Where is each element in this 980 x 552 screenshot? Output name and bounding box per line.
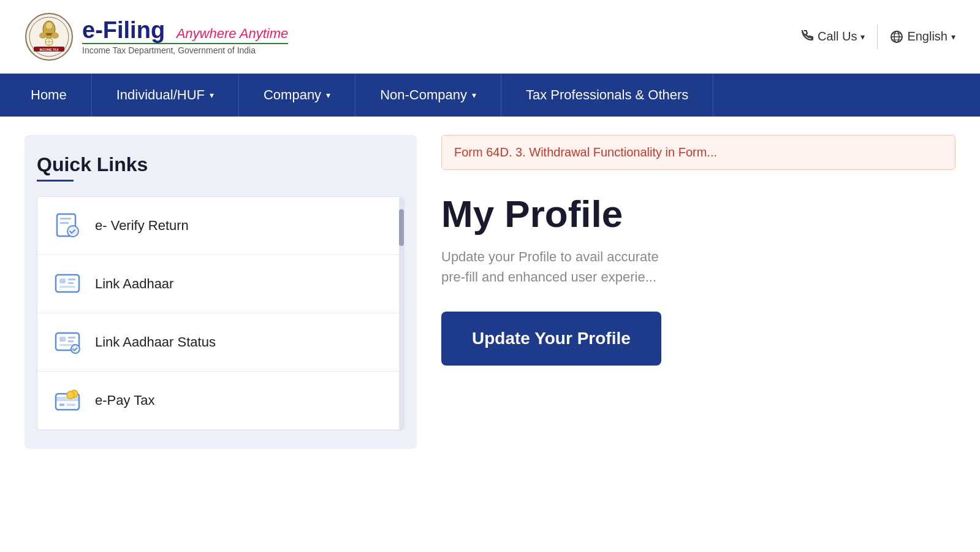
language-selector[interactable]: English ▾ (890, 29, 955, 44)
nav-company-arrow: ▾ (326, 90, 330, 100)
aadhaar-icon (52, 269, 83, 299)
scrollbar-thumb[interactable] (399, 209, 404, 246)
e-pay-tax-label: e-Pay Tax (95, 393, 154, 408)
svg-rect-28 (68, 337, 75, 339)
logo-text: e-Filing Anywhere Anytime Income Tax Dep… (82, 18, 288, 55)
svg-rect-25 (59, 286, 75, 288)
svg-rect-35 (67, 404, 75, 406)
link-aadhaar-status[interactable]: Link Aadhaar Status (37, 313, 404, 372)
link-e-verify[interactable]: e- Verify Return (37, 197, 404, 255)
header: INCOME TAX e-Filing Anywhere Anytime Inc… (0, 0, 980, 74)
svg-rect-22 (59, 278, 66, 283)
globe-icon (890, 30, 903, 44)
svg-point-5 (39, 33, 47, 39)
nav-tax-professionals[interactable]: Tax Professionals & Others (501, 74, 713, 117)
header-divider (877, 25, 878, 49)
link-aadhaar[interactable]: Link Aadhaar (37, 255, 404, 313)
links-list: e- Verify Return Link Aadhaar (37, 196, 405, 431)
logo-area: INCOME TAX e-Filing Anywhere Anytime Inc… (25, 12, 288, 61)
verify-return-icon (52, 210, 83, 241)
svg-point-3 (46, 23, 52, 29)
my-profile-title: My Profile (441, 192, 955, 236)
quick-links-title: Quick Links (37, 153, 405, 176)
svg-rect-29 (68, 340, 74, 342)
link-aadhaar-label: Link Aadhaar (95, 276, 173, 292)
svg-rect-18 (60, 218, 71, 220)
alert-text: Form 64D. 3. Withdrawal Functionality in… (454, 145, 717, 159)
emblem-icon: INCOME TAX (25, 12, 74, 61)
call-us-arrow: ▾ (860, 32, 865, 42)
language-label: English (907, 29, 948, 44)
my-profile-description: Update your Profile to avail accuratepre… (441, 247, 955, 287)
main-content: Quick Links e- Verify Return (0, 117, 980, 467)
svg-rect-21 (56, 275, 79, 292)
logo-subtitle: Income Tax Department, Government of Ind… (82, 43, 288, 55)
link-aadhaar-status-label: Link Aadhaar Status (95, 334, 216, 350)
phone-icon (800, 30, 814, 44)
nav-home[interactable]: Home (25, 74, 92, 117)
svg-rect-34 (59, 404, 64, 406)
svg-rect-23 (68, 278, 75, 280)
nav-company[interactable]: Company ▾ (239, 74, 355, 117)
nav-non-company[interactable]: Non-Company ▾ (355, 74, 501, 117)
svg-rect-19 (60, 222, 69, 224)
tagline: Anywhere Anytime (177, 26, 289, 41)
scrollbar-track[interactable] (399, 197, 404, 430)
efiling-brand: e-Filing Anywhere Anytime (82, 18, 288, 42)
header-right: Call Us ▾ English ▾ (800, 25, 955, 49)
my-profile-section: My Profile Update your Profile to avail … (441, 192, 955, 366)
svg-rect-27 (59, 337, 66, 342)
pay-tax-icon (52, 385, 83, 416)
svg-text:INCOME TAX: INCOME TAX (39, 48, 59, 52)
e-verify-label: e- Verify Return (95, 218, 189, 234)
svg-point-37 (67, 391, 74, 399)
aadhaar-status-icon (52, 327, 83, 358)
navbar: Home Individual/HUF ▾ Company ▾ Non-Comp… (0, 74, 980, 117)
call-us-button[interactable]: Call Us ▾ (800, 29, 865, 44)
call-us-label: Call Us (818, 29, 857, 44)
nav-individual[interactable]: Individual/HUF ▾ (92, 74, 239, 117)
lang-arrow: ▾ (951, 32, 955, 42)
update-profile-button[interactable]: Update Your Profile (441, 312, 661, 366)
right-panel: Form 64D. 3. Withdrawal Functionality in… (441, 135, 955, 366)
alert-banner: Form 64D. 3. Withdrawal Functionality in… (441, 135, 955, 170)
svg-rect-24 (68, 282, 74, 284)
quick-links-underline (37, 180, 74, 182)
nav-non-company-arrow: ▾ (472, 90, 476, 100)
svg-point-6 (51, 33, 59, 39)
link-e-pay-tax[interactable]: e-Pay Tax (37, 372, 404, 430)
nav-individual-arrow: ▾ (210, 90, 214, 100)
quick-links-panel: Quick Links e- Verify Return (25, 135, 417, 449)
